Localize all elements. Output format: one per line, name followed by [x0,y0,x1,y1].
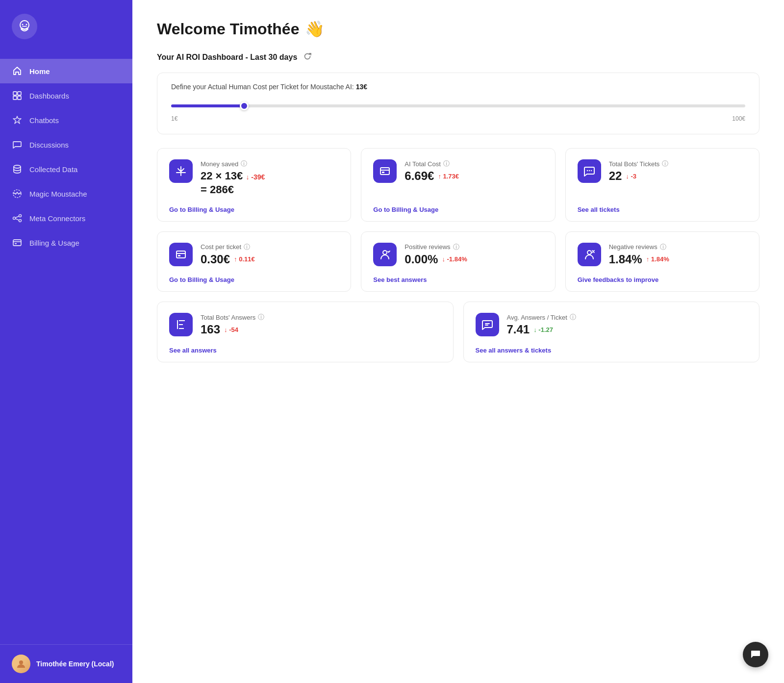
avg-answers-info-icon: ⓘ [570,313,576,322]
svg-rect-20 [382,172,384,173]
svg-point-17 [19,660,23,664]
svg-point-1 [22,24,24,25]
app-logo [12,14,37,39]
svg-rect-16 [15,243,17,244]
total-bots-answers-label: Total Bots' Answers ⓘ [201,313,441,322]
ai-total-cost-label: AI Total Cost ⓘ [405,159,543,168]
sidebar-item-discussions[interactable]: Discussions [0,132,132,157]
card-cost-per-ticket: Cost per ticket ⓘ 0.30€ ↑ 0.11€ Go to Bi… [157,231,351,292]
ai-cost-delta: ↑ 1.73€ [438,173,459,180]
cost-slider[interactable] [171,104,745,107]
meta-connectors-icon [12,213,23,224]
sidebar-item-magic-moustache[interactable]: Magic Moustache [0,181,132,206]
cost-ticket-link[interactable]: Go to Billing & Usage [169,269,339,291]
sidebar-item-collected-data[interactable]: Collected Data [0,157,132,181]
sidebar-item-chatbots[interactable]: Chatbots [0,108,132,132]
sidebar-item-meta-connectors[interactable]: Meta Connectors [0,206,132,230]
billing-icon [12,237,23,248]
svg-point-9 [13,217,16,220]
slider-max: 100€ [732,115,745,122]
cards-row-3: Total Bots' Answers ⓘ 163 ↓ -54 See all … [157,302,759,362]
avg-answers-ticket-label: Avg. Answers / Ticket ⓘ [507,313,748,322]
avg-answers-delta: ↓ -1.27 [533,326,553,334]
ai-cost-info-icon: ⓘ [443,159,450,168]
svg-rect-24 [177,251,185,258]
refresh-icon[interactable] [303,52,312,63]
user-name: Timothée Emery (Local) [36,660,114,668]
slider-range: 1€ 100€ [171,115,745,122]
cost-ticket-delta: ↑ 0.11€ [234,255,255,263]
avg-answers-link[interactable]: See all answers & tickets [476,340,748,362]
sidebar-item-dashboards[interactable]: Dashboards [0,83,132,108]
positive-reviews-value: 0.00% ↓ -1.84% [405,253,543,267]
chatbots-icon [12,115,23,126]
wave-emoji: 👋 [305,20,325,38]
user-avatar [12,655,30,673]
negative-reviews-value: 1.84% ↑ 1.84% [609,253,747,267]
money-saved-total: = 286€ [201,183,339,196]
ai-total-cost-icon [373,159,397,183]
sidebar-item-discussions-label: Discussions [29,141,69,149]
cards-row-2: Cost per ticket ⓘ 0.30€ ↑ 0.11€ Go to Bi… [157,231,759,292]
slider-min: 1€ [171,115,177,122]
positive-reviews-link[interactable]: See best answers [373,269,543,291]
money-saved-icon [169,159,193,183]
sidebar-item-magic-moustache-label: Magic Moustache [29,190,87,198]
ai-total-cost-value: 6.69€ ↑ 1.73€ [405,169,543,183]
sidebar-item-home[interactable]: Home [0,59,132,83]
total-bots-tickets-icon [578,159,601,183]
svg-rect-3 [13,92,17,95]
page-title: Welcome Timothée 👋 [157,20,759,38]
dashboard-title: Your AI ROI Dashboard - Last 30 days [157,53,297,62]
money-saved-label: Money saved ⓘ [201,159,339,168]
slider-value: 13€ [356,83,367,91]
total-bots-tickets-value: 22 ↓ -3 [609,169,747,183]
card-total-bots-tickets: Total Bots' Tickets ⓘ 22 ↓ -3 See all ti… [565,148,759,222]
bots-tickets-info-icon: ⓘ [662,159,668,168]
dashboard-header: Your AI ROI Dashboard - Last 30 days [157,52,759,63]
bots-answers-link[interactable]: See all answers [169,340,441,362]
sidebar-footer: Timothée Emery (Local) [0,644,132,683]
sidebar-logo [0,0,132,55]
negative-reviews-link[interactable]: Give feedbacks to improve [578,269,747,291]
money-saved-value: 22 × 13€ ↓ -39€ [201,169,339,183]
svg-point-23 [590,170,591,171]
money-saved-delta: ↓ -39€ [246,173,265,181]
svg-point-27 [383,251,387,254]
home-icon [12,66,23,76]
sidebar-item-collected-data-label: Collected Data [29,165,77,174]
dashboards-icon [12,90,23,101]
svg-rect-14 [13,240,21,246]
ai-cost-link[interactable]: Go to Billing & Usage [373,199,543,221]
card-total-bots-answers: Total Bots' Answers ⓘ 163 ↓ -54 See all … [157,302,454,362]
card-avg-answers-ticket: Avg. Answers / Ticket ⓘ 7.41 ↓ -1.27 See… [463,302,760,362]
avg-answers-ticket-icon [476,313,499,336]
svg-rect-4 [18,92,21,95]
sidebar-item-billing-label: Billing & Usage [29,239,79,247]
bots-tickets-link[interactable]: See all tickets [578,199,747,221]
positive-reviews-label: Positive reviews ⓘ [405,243,543,252]
bots-answers-delta: ↓ -54 [224,326,238,334]
money-saved-link[interactable]: Go to Billing & Usage [169,199,339,221]
total-bots-answers-value: 163 ↓ -54 [201,323,441,337]
chat-bubble-button[interactable] [743,642,768,667]
collected-data-icon [12,164,23,175]
svg-line-13 [16,219,19,220]
card-positive-reviews: Positive reviews ⓘ 0.00% ↓ -1.84% See be… [361,231,555,292]
svg-point-21 [586,170,587,171]
sidebar-item-billing[interactable]: Billing & Usage [0,230,132,255]
svg-point-10 [19,215,22,217]
svg-rect-6 [18,96,21,100]
sidebar-item-meta-connectors-label: Meta Connectors [29,214,85,223]
money-saved-info-icon: ⓘ [241,159,247,168]
cost-per-ticket-icon [169,243,193,266]
sidebar-item-dashboards-label: Dashboards [29,92,69,100]
svg-point-2 [26,24,27,25]
cost-per-ticket-label: Cost per ticket ⓘ [201,243,339,252]
avg-answers-ticket-value: 7.41 ↓ -1.27 [507,323,748,337]
sidebar-item-chatbots-label: Chatbots [29,116,59,125]
magic-moustache-icon [12,188,23,199]
negative-reviews-label: Negative reviews ⓘ [609,243,747,252]
sidebar-item-home-label: Home [29,67,50,76]
svg-rect-18 [380,168,389,175]
